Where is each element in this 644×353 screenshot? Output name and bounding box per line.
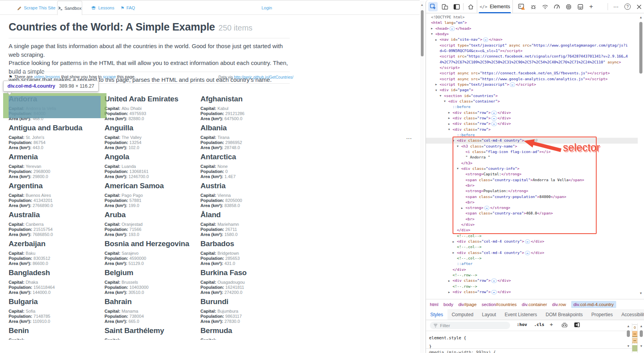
- page-scrollbar[interactable]: ▲: [420, 1, 424, 353]
- pseudo-states-icon[interactable]: [561, 322, 568, 329]
- dom-tree-node[interactable]: ▼<div class="row">: [426, 127, 638, 132]
- expand-arrow-icon[interactable]: ▶: [448, 110, 450, 115]
- dom-tree-node[interactable]: ▼<div class="col-md-4 country"> == $0: [426, 138, 638, 143]
- dom-tree-node[interactable]: ▶<strong>…</strong>: [426, 205, 638, 211]
- scrollbar-thumb[interactable]: [640, 330, 643, 337]
- breadcrumb-item[interactable]: div.row: [552, 302, 566, 307]
- home-icon[interactable]: [466, 2, 475, 11]
- cpu-chip-icon[interactable]: [564, 2, 573, 11]
- scroll-up-arrow-icon[interactable]: ▲: [640, 324, 643, 328]
- help-icon[interactable]: ?: [623, 2, 632, 11]
- styles-tab-layout[interactable]: Layout: [478, 309, 500, 320]
- breadcrumb-item[interactable]: div#page: [458, 302, 477, 307]
- expand-arrow-icon[interactable]: ▶: [453, 239, 454, 245]
- dom-tree-node[interactable]: <br>: [426, 200, 638, 205]
- dom-tree-node[interactable]: ▼<div class="country-info">: [426, 166, 638, 171]
- dom-tree-node[interactable]: <script async src="https://connect.faceb…: [426, 70, 638, 76]
- dom-tree-node[interactable]: ▶<div class="row">…</div>: [426, 110, 638, 115]
- scrollbar-thumb[interactable]: [421, 10, 424, 56]
- dom-tree-node[interactable]: ▶<nav id="site-nav">…</nav>: [426, 37, 638, 42]
- expand-arrow-icon[interactable]: ▶: [435, 82, 437, 87]
- toggle-classes-button[interactable]: .cls: [534, 322, 545, 327]
- styles-tab-accessibility[interactable]: Accessibility: [617, 309, 644, 320]
- styles-filter-input[interactable]: Filter: [430, 322, 510, 329]
- dom-tree-node[interactable]: <span class="country-population">84000</…: [426, 194, 638, 200]
- dom-tree-node[interactable]: 4%2C77%2C67%2C109%2C59%2C58%2C31%2C96%2C…: [426, 59, 638, 65]
- dom-tree-node[interactable]: d=G-09N5RQCFG4&cx=c&_slc=1"></script>: [426, 48, 638, 54]
- computed-sidebar-toggle-icon[interactable]: [574, 322, 580, 329]
- nav-item-lessons[interactable]: Lessons: [91, 1, 114, 15]
- network-conditions-icon[interactable]: [540, 2, 550, 11]
- dom-tree-node[interactable]: <br>: [426, 183, 638, 188]
- dom-tree-node[interactable]: ▶<head>…</head>: [426, 26, 638, 31]
- hint-link[interactable]: video lessons: [34, 74, 60, 79]
- nav-item-sandbox[interactable]: Sandbox: [57, 1, 82, 15]
- window-scrollbar[interactable]: ▲ ▼: [638, 323, 644, 353]
- dom-tree-node[interactable]: ▶<div class="row">…</div>: [426, 121, 638, 126]
- collapse-arrow-icon[interactable]: ▼: [448, 127, 450, 132]
- dom-tree-node[interactable]: <strong>Capital:</strong>: [426, 171, 638, 177]
- data-source-link[interactable]: http://peric.github.io/GetCountries/: [234, 75, 293, 79]
- scrollbar-thumb[interactable]: [627, 330, 630, 337]
- dom-tree-node[interactable]: ▶<div class="row">…</div>: [426, 289, 638, 295]
- dom-tree-node[interactable]: <span class="country-area">468.0</span>: [426, 211, 638, 216]
- collapse-arrow-icon[interactable]: ▼: [457, 166, 458, 171]
- dom-tree-node[interactable]: ::before: [426, 104, 638, 110]
- dom-tree-node[interactable]: </script>: [426, 65, 638, 70]
- close-devtools-icon[interactable]: [634, 2, 644, 11]
- scroll-up-arrow-icon[interactable]: ▲: [639, 16, 642, 19]
- expand-arrow-icon[interactable]: ▶: [448, 278, 450, 284]
- expand-arrow-icon[interactable]: ▶: [461, 205, 463, 211]
- styles-tab-computed[interactable]: Computed: [447, 309, 478, 320]
- collapse-arrow-icon[interactable]: ▼: [457, 144, 458, 149]
- dom-tree-scrollbar[interactable]: ▲ ▼: [638, 14, 644, 297]
- dom-tree-node[interactable]: <i class="flag-icon flag-icon-ad"></i>: [426, 149, 638, 155]
- breadcrumb-item[interactable]: div.container: [522, 302, 547, 307]
- device-emulation-icon[interactable]: [440, 2, 449, 11]
- styles-tab-styles[interactable]: Styles: [426, 309, 447, 320]
- scroll-down-arrow-icon[interactable]: ▼: [640, 344, 643, 348]
- hint-link[interactable]: scrape: [103, 74, 116, 79]
- dom-tree-node[interactable]: <!--.col-->: [426, 233, 638, 239]
- dom-tree-node[interactable]: <script src="https://connect.facebook.ne…: [426, 54, 638, 59]
- dom-tree-node[interactable]: <!--.row-->: [426, 272, 638, 278]
- dom-tree-node[interactable]: <!--.col-->: [426, 244, 638, 250]
- console-icon[interactable]: [517, 2, 526, 11]
- performance-gauge-icon[interactable]: [552, 2, 561, 11]
- dom-tree-node[interactable]: ▼<div id="page">: [426, 87, 638, 93]
- expand-arrow-icon[interactable]: ▶: [431, 26, 433, 31]
- scroll-up-arrow-icon[interactable]: ▲: [420, 3, 424, 7]
- new-style-rule-button[interactable]: +: [550, 321, 553, 328]
- nav-item-faq[interactable]: ⚑ FAQ: [121, 1, 135, 15]
- dom-tree-node[interactable]: ▼<div class="container">: [426, 99, 638, 104]
- collapse-arrow-icon[interactable]: ▼: [431, 31, 433, 37]
- styles-tab-properties[interactable]: Properties: [587, 309, 617, 320]
- styles-tab-dom-breakpoints[interactable]: DOM Breakpoints: [541, 309, 587, 320]
- dom-tree-node[interactable]: <html lang="en">: [426, 20, 638, 25]
- collapse-arrow-icon[interactable]: ▼: [435, 88, 437, 93]
- dom-tree-node[interactable]: <br>: [426, 216, 638, 222]
- expand-arrow-icon[interactable]: ▶: [448, 115, 450, 121]
- dom-tree-node[interactable]: </div>: [426, 267, 638, 272]
- dom-tree-node[interactable]: </div>: [426, 227, 638, 233]
- panel-layout-icon[interactable]: [452, 2, 461, 11]
- dom-tree-node[interactable]: " Andorra ": [426, 155, 638, 160]
- nav-item-scrape-this-site[interactable]: Scrape This Site: [17, 1, 56, 15]
- dom-tree-node[interactable]: <script type="text/javascript" async src…: [426, 43, 638, 48]
- expand-arrow-icon[interactable]: ▶: [453, 250, 454, 256]
- collapse-arrow-icon[interactable]: ▼: [444, 99, 446, 104]
- dom-tree-node[interactable]: <strong>Population:</strong>: [426, 188, 638, 194]
- application-storage-icon[interactable]: [575, 2, 585, 11]
- breadcrumb-item[interactable]: body: [444, 302, 453, 307]
- inspect-element-icon[interactable]: [428, 2, 438, 11]
- scroll-down-arrow-icon[interactable]: ▼: [627, 344, 630, 348]
- expand-arrow-icon[interactable]: ▶: [448, 290, 450, 295]
- styles-scrollbar[interactable]: ▲ ▼: [625, 323, 631, 353]
- dom-tree-node[interactable]: ▶<div class="row">…</div>: [426, 278, 638, 283]
- collapse-arrow-icon[interactable]: ▼: [453, 138, 454, 144]
- dom-tree-node[interactable]: ▶<div class="col-md-4 country">…</div>: [426, 250, 638, 256]
- scroll-up-arrow-icon[interactable]: ▲: [627, 324, 630, 328]
- more-options-icon[interactable]: ⋯: [612, 2, 621, 11]
- dom-tree-node[interactable]: ▼<h3 class="country-name">: [426, 144, 638, 149]
- more-tools-plus-icon[interactable]: +: [586, 2, 596, 11]
